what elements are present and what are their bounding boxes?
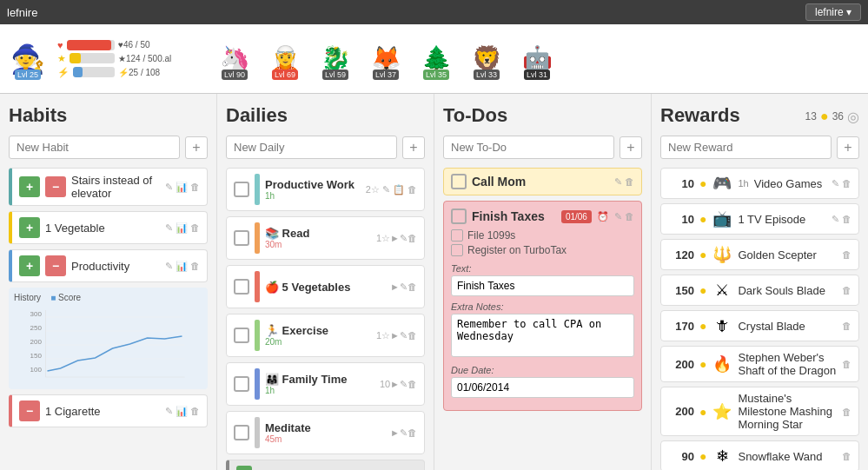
daily-info: 🏃 Exercise 20m [265, 324, 371, 347]
reward-actions: 🗑 [842, 359, 851, 369]
reward-coin-icon: ● [699, 283, 706, 297]
habits-title: Habits [9, 104, 208, 127]
player-avatar: 🧙 Lvl 25 [7, 38, 49, 80]
daily-info: Productive Work 1h [265, 178, 361, 201]
add-daily-button[interactable]: + [402, 136, 425, 159]
daily-color-bar [255, 222, 260, 254]
svg-text:100: 100 [30, 366, 43, 374]
habit-action-icons: ✎ 📊 🗑 [165, 261, 200, 272]
subtask-checkbox[interactable] [451, 229, 463, 242]
dailies-add-row: + [226, 136, 425, 159]
history-title: History ■ Score [14, 293, 202, 302]
hp-bar-fill [67, 40, 111, 50]
party-member-5: 🌲 Lvl 35 [415, 38, 457, 80]
daily-checkbox[interactable] [234, 230, 249, 246]
party-member-7: 🤖 Lvl 31 [516, 38, 558, 80]
dailies-title: Dailies [226, 104, 425, 127]
party-bar: 🧙 Lvl 25 ♥ ♥46 / 50 ★ ★124 / 500.al ⚡ ⚡2… [0, 24, 868, 94]
reward-name: Golden Scepter [738, 248, 837, 261]
reward-name: Dark Souls Blade [738, 284, 837, 297]
subtask-label: File 1099s [467, 229, 515, 242]
todo-notes-input[interactable]: Remember to call CPA on Wednesday [451, 314, 634, 357]
daily-actions: 10►✎🗑 [380, 379, 417, 390]
habit-label: 1 Vegetable [45, 222, 160, 235]
party-member-6: 🦁 Lvl 33 [466, 38, 507, 80]
todo-due-date-input[interactable] [451, 377, 634, 398]
rewards-add-row: + [660, 136, 859, 159]
todo-form: Text: Extra Notes: Remember to call CPA … [451, 263, 634, 403]
reward-actions: 🗑 [842, 249, 851, 260]
habit-item: + − Productivity ✎ 📊 🗑 [9, 249, 208, 282]
todo-checkbox[interactable] [451, 209, 467, 224]
add-todo-button[interactable]: + [620, 136, 642, 159]
daily-item: 📚 Read 30m 1☆►✎🗑 [226, 216, 425, 260]
party-member-2: 🧝 Lvl 69 [264, 38, 306, 80]
rewards-currency-display: 13 ● 36 ◎ [805, 109, 859, 125]
hp-heart-icon: ♥ [57, 40, 63, 50]
reward-name: 1 TV Episode [738, 213, 825, 226]
reward-icon: 🔥 [712, 354, 732, 374]
todo-text-input[interactable] [451, 275, 634, 296]
daily-color-bar [255, 320, 260, 351]
daily-checkbox[interactable] [234, 328, 249, 343]
text-label: Text: [451, 263, 634, 274]
habits-column: Habits + + − Stairs instead of elevator … [0, 94, 217, 470]
reward-cost: 150 [668, 284, 694, 297]
new-habit-input[interactable] [9, 136, 180, 159]
daily-checkbox[interactable] [234, 376, 249, 392]
daily-item: Productive Work 1h 2☆ ✎ 📋 🗑 [226, 168, 425, 211]
mp-label: ⚡25 / 108 [118, 68, 196, 77]
user-menu-button[interactable]: lefnire ▾ [805, 3, 861, 21]
daily-info: 📚 Read 30m [265, 227, 371, 249]
habit-plus-button[interactable]: + [19, 217, 40, 238]
reward-coin-icon: ● [699, 176, 706, 190]
daily-actions: ►✎🗑 [390, 427, 417, 439]
gem-count: 36 [832, 110, 844, 122]
reward-cost: 170 [668, 320, 694, 333]
habit-label: 1 Cigarette [45, 405, 160, 418]
todo-checkbox[interactable] [451, 174, 467, 189]
daily-sub: 1h [265, 191, 361, 201]
reward-actions: 🗑 [842, 407, 851, 417]
add-reward-button[interactable]: + [837, 136, 859, 159]
party-member-1-level: Lvl 90 [222, 70, 248, 80]
add-habit-button[interactable]: + [185, 136, 208, 159]
daily-checkbox[interactable] [234, 279, 249, 295]
habit-minus-button[interactable]: − [19, 400, 40, 421]
new-todo-input[interactable] [443, 136, 614, 159]
subtask-row: File 1099s [451, 229, 634, 242]
daily-info: Meditate 45m [265, 421, 385, 444]
habit-plus-button[interactable]: + [19, 176, 40, 197]
due-date-label: Due Date: [451, 365, 634, 375]
habit-label: Stairs instead of elevator [71, 174, 160, 200]
reward-actions: 🗑 [842, 321, 851, 331]
daily-actions: 1☆►✎🗑 [376, 233, 417, 244]
xp-bar-bg [70, 53, 115, 63]
todo-action-icons: ✎ 🗑 [614, 176, 634, 188]
reward-name: Video Games [754, 177, 826, 190]
habit-action-icons: ✎ 📊 🗑 [165, 222, 200, 234]
daily-info: Floss [257, 467, 385, 471]
subtask-label: Register on TurboTax [467, 244, 567, 256]
daily-checkbox[interactable]: ✓ [236, 466, 252, 470]
subtask-checkbox[interactable] [451, 244, 463, 256]
new-reward-input[interactable] [660, 136, 832, 159]
xp-label: ★124 / 500.al [118, 54, 196, 63]
reward-actions: 🗑 [842, 451, 851, 461]
reward-icon: 🔱 [712, 244, 732, 265]
new-daily-input[interactable] [226, 136, 397, 159]
party-member-2-level: Lvl 69 [272, 70, 298, 80]
xp-row: ★ ★124 / 500.al [57, 53, 196, 64]
reward-item: 90 ● ❄ Snowflake Wand 🗑 [660, 440, 859, 470]
reward-cost: 10 [668, 213, 694, 226]
party-member-7-level: Lvl 31 [524, 70, 550, 80]
daily-checkbox[interactable] [234, 425, 249, 440]
daily-name: 🍎 5 Vegetables [265, 281, 385, 294]
daily-color-bar [255, 271, 260, 302]
mp-bar-bg [73, 67, 115, 77]
habit-plus-button[interactable]: + [19, 255, 40, 276]
habit-minus-button[interactable]: − [45, 176, 66, 197]
daily-checkbox[interactable] [234, 182, 249, 197]
reward-item: 10 ● 🎮 1h Video Games ✎ 🗑 [660, 168, 859, 199]
habit-minus-button[interactable]: − [45, 255, 66, 276]
